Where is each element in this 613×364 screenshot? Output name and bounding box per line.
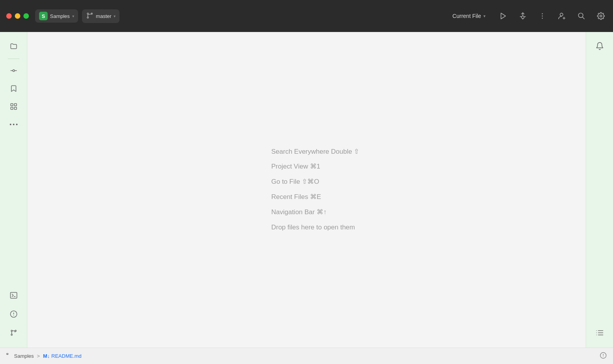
sidebar-item-terminal[interactable] [5, 287, 22, 304]
current-file-label: Current File [453, 13, 481, 19]
run-button[interactable] [497, 10, 509, 22]
svg-point-10 [600, 15, 602, 17]
sidebar-item-problems[interactable] [5, 305, 22, 323]
sidebar-item-bookmarks[interactable] [5, 80, 22, 97]
hint-project-view: Project View ⌘1 [271, 162, 320, 173]
hint-recent-files: Recent Files ⌘E [271, 192, 321, 203]
left-sidebar [0, 32, 27, 348]
right-sidebar-bottom [591, 324, 608, 342]
branch-icon [86, 12, 94, 21]
svg-point-4 [522, 16, 524, 19]
hint-search-everywhere: Search Everywhere Double ⇧ [271, 146, 360, 158]
editor-area[interactable]: Search Everywhere Double ⇧ Project View … [27, 32, 586, 348]
notification-button[interactable] [591, 37, 608, 55]
branch-selector[interactable]: master ▾ [82, 9, 120, 23]
svg-rect-35 [7, 353, 8, 355]
repo-chevron-icon: ▾ [72, 14, 74, 18]
svg-point-5 [542, 13, 543, 14]
hint-drop-files: Drop files here to open them [271, 222, 355, 233]
current-file-selector[interactable]: Current File ▾ [449, 11, 490, 21]
right-sidebar [586, 32, 613, 348]
repo-name: Samples [50, 13, 70, 19]
svg-point-6 [542, 16, 543, 17]
list-button[interactable] [591, 324, 608, 341]
sidebar-divider-1 [8, 59, 20, 59]
svg-rect-15 [14, 104, 16, 106]
statusbar-separator: > [37, 353, 40, 359]
minimize-button[interactable] [15, 13, 20, 19]
svg-rect-16 [11, 107, 13, 110]
current-file-chevron-icon: ▾ [483, 14, 486, 19]
close-button[interactable] [6, 13, 12, 19]
traffic-lights [6, 13, 29, 19]
add-account-button[interactable] [556, 10, 568, 22]
hint-go-to-file: Go to File ⇧⌘O [271, 177, 319, 188]
branch-name: master [96, 13, 112, 19]
svg-rect-14 [11, 104, 13, 106]
statusbar-warning-icon[interactable] [600, 352, 607, 360]
sidebar-item-project[interactable] [5, 37, 22, 55]
main-area: Search Everywhere Double ⇧ Project View … [0, 32, 613, 348]
search-button[interactable] [576, 10, 587, 22]
right-sidebar-top [591, 37, 608, 55]
svg-marker-3 [501, 13, 506, 19]
more-button[interactable] [536, 10, 548, 22]
svg-point-7 [542, 18, 543, 19]
svg-point-18 [10, 124, 11, 125]
editor-hints: Search Everywhere Double ⇧ Project View … [271, 146, 360, 233]
svg-point-19 [13, 124, 14, 125]
maximize-button[interactable] [23, 13, 29, 19]
sidebar-item-more[interactable] [5, 116, 22, 133]
sidebar-item-commits[interactable] [5, 62, 22, 79]
svg-point-8 [560, 13, 563, 16]
repo-selector[interactable]: S Samples ▾ [35, 9, 78, 23]
svg-point-25 [13, 315, 14, 316]
statusbar-md-badge: M↓ [43, 353, 50, 359]
settings-button[interactable] [595, 10, 607, 22]
repo-initial: S [39, 12, 48, 20]
branch-chevron-icon: ▾ [114, 14, 116, 18]
statusbar-filename[interactable]: README.md [52, 353, 82, 359]
svg-rect-21 [10, 293, 17, 298]
svg-point-38 [603, 356, 604, 357]
titlebar: S Samples ▾ master ▾ Current File ▾ [0, 0, 613, 32]
sidebar-bottom-icons [5, 287, 22, 342]
statusbar-folder-icon [6, 353, 12, 359]
sidebar-item-structure[interactable] [5, 98, 22, 115]
svg-point-20 [16, 124, 18, 125]
svg-rect-17 [14, 107, 16, 110]
sidebar-item-git[interactable] [5, 324, 22, 341]
statusbar: Samples > M↓ README.md [0, 348, 613, 364]
hint-navigation-bar: Navigation Bar ⌘↑ [271, 207, 327, 218]
debug-button[interactable] [517, 10, 529, 22]
titlebar-actions [497, 10, 607, 22]
statusbar-project-name[interactable]: Samples [14, 353, 34, 359]
